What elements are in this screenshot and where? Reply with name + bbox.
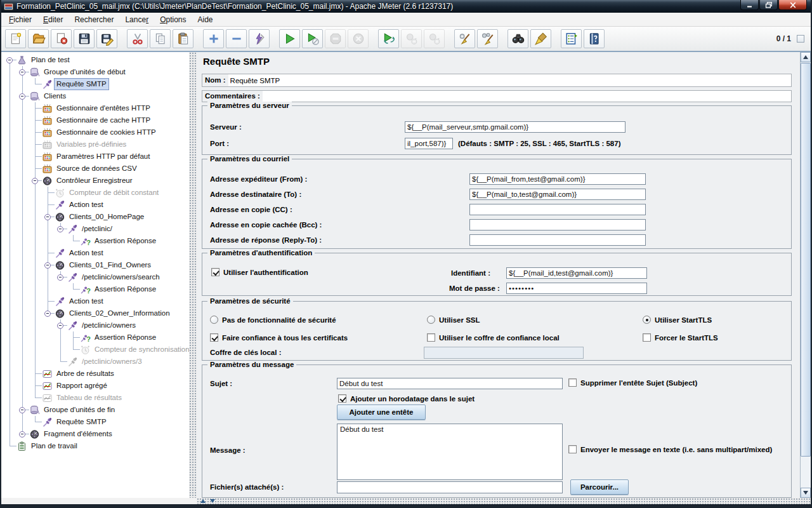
toggle-button[interactable]: [249, 29, 270, 48]
remote-start-all-button[interactable]: [378, 29, 399, 48]
menu-rechercher[interactable]: Rechercher: [69, 13, 119, 26]
trust-all-certs-checkbox[interactable]: [210, 333, 218, 342]
collapse-all-button[interactable]: [226, 29, 247, 48]
splitter-expand-up-icon[interactable]: [200, 499, 206, 503]
subject-input[interactable]: [337, 378, 563, 389]
tree-expander-icon[interactable]: [19, 407, 25, 413]
tree-node[interactable]: Arbre de résultats: [1, 368, 189, 380]
identifiant-input[interactable]: [506, 267, 647, 279]
tree-node[interactable]: Groupe d'unités de début: [1, 66, 189, 78]
password-input[interactable]: [506, 283, 647, 294]
tree-node[interactable]: Variables pré-définies: [1, 138, 189, 150]
scroll-down-button[interactable]: [801, 488, 811, 498]
attach-files-input[interactable]: [337, 481, 563, 493]
function-helper-button[interactable]: [561, 29, 582, 48]
paste-button[interactable]: [173, 29, 193, 48]
comments-input[interactable]: [263, 91, 791, 102]
tree-node[interactable]: Tableau de résultats: [1, 392, 189, 404]
use-starttls-radio[interactable]: [643, 316, 651, 324]
tree-node[interactable]: /petclinic/owners/3: [1, 356, 189, 368]
tree-expander-icon[interactable]: [57, 323, 63, 329]
tree-node[interactable]: Rapport agrégé: [1, 380, 189, 392]
port-input[interactable]: [405, 138, 453, 149]
tree-node[interactable]: Clients_00_HomePage: [1, 211, 189, 223]
tree-node[interactable]: Action test: [1, 295, 189, 307]
copy-button[interactable]: [150, 29, 171, 48]
tree-node[interactable]: Gestionnaire d'entêtes HTTP: [1, 102, 189, 114]
scroll-up-button[interactable]: [801, 52, 811, 62]
stop-button[interactable]: [325, 29, 346, 48]
browse-button[interactable]: Parcourir...: [570, 479, 629, 495]
menu-aide[interactable]: Aide: [193, 13, 218, 26]
tree-node[interactable]: /petclinic/: [1, 223, 189, 235]
tree-node[interactable]: Plan de test: [1, 54, 189, 66]
tree-node[interactable]: Source de données CSV: [1, 163, 189, 175]
tree-node[interactable]: Clients: [1, 90, 189, 102]
tree-node[interactable]: Gestionnaire de cookies HTTP: [1, 126, 189, 138]
tree-expander-icon[interactable]: [57, 274, 63, 281]
shutdown-button[interactable]: [348, 29, 369, 48]
timestamp-subject-checkbox[interactable]: [338, 394, 346, 403]
help-button[interactable]: [584, 29, 605, 48]
vertical-scrollbar[interactable]: [800, 52, 811, 498]
tree-node[interactable]: Clients_02_Owner_Information: [1, 307, 189, 319]
menu-editer[interactable]: Editer: [38, 13, 68, 26]
tree-expander-icon[interactable]: [19, 69, 25, 76]
tree-expander-icon[interactable]: [44, 214, 51, 220]
name-input[interactable]: [228, 74, 791, 86]
save-button[interactable]: [74, 29, 95, 48]
use-ssl-radio[interactable]: [427, 316, 435, 324]
tree-expander-icon[interactable]: [44, 311, 51, 317]
message-textarea[interactable]: Début du test: [337, 424, 563, 480]
remote-shutdown-all-button[interactable]: [424, 29, 445, 48]
tree-node[interactable]: ?Assertion Réponse: [1, 283, 189, 295]
tree-expander-icon[interactable]: [19, 93, 25, 100]
expand-all-button[interactable]: [203, 29, 224, 48]
tree-expander-icon[interactable]: [19, 431, 25, 438]
suppress-subject-checkbox[interactable]: [568, 378, 577, 387]
local-truststore-checkbox[interactable]: [427, 333, 435, 342]
from-input[interactable]: [469, 173, 646, 185]
tree-node[interactable]: Clients_01_Find_Owners: [1, 259, 189, 271]
tree-node[interactable]: Action test: [1, 247, 189, 259]
tree-node[interactable]: Gestionnaire de cache HTTP: [1, 114, 189, 126]
tree-expander-icon[interactable]: [6, 57, 13, 64]
clear-all-button[interactable]: [477, 29, 498, 48]
clear-button[interactable]: [454, 29, 475, 48]
plain-body-checkbox[interactable]: [568, 445, 577, 453]
cc-input[interactable]: [469, 204, 646, 215]
open-file-button[interactable]: [28, 29, 49, 48]
tree-expander-icon[interactable]: [57, 226, 63, 232]
tree-expander-icon[interactable]: [44, 262, 51, 269]
save-as-button[interactable]: [96, 29, 117, 48]
tree-node[interactable]: Action test: [1, 199, 189, 211]
tree-node[interactable]: ?Assertion Réponse: [1, 235, 189, 247]
no-security-radio[interactable]: [210, 316, 218, 324]
remote-stop-all-button[interactable]: [401, 29, 422, 48]
new-file-button[interactable]: [5, 29, 26, 48]
splitter-expand-down-icon[interactable]: [210, 499, 215, 503]
tree-node[interactable]: Requête SMTP: [1, 416, 189, 428]
vertical-splitter[interactable]: [189, 52, 197, 498]
search-reset-button[interactable]: [530, 29, 551, 48]
tree-node[interactable]: Groupe d'unités de fin: [1, 404, 189, 416]
tree-node[interactable]: ?Assertion Réponse: [1, 331, 189, 344]
cut-button[interactable]: [127, 29, 148, 48]
search-button[interactable]: [508, 29, 528, 48]
server-input[interactable]: [405, 121, 625, 133]
replyto-input[interactable]: [469, 234, 646, 246]
start-no-timers-button[interactable]: [302, 29, 323, 48]
tree-node[interactable]: Fragment d'éléments: [1, 428, 189, 440]
tree-node[interactable]: Plan de travail: [1, 440, 189, 452]
tree-expander-icon[interactable]: [32, 178, 38, 184]
tree-node[interactable]: Compteur de débit constant: [1, 187, 189, 199]
restore-button[interactable]: [759, 0, 778, 10]
horizontal-splitter[interactable]: [197, 498, 811, 504]
tree-node[interactable]: /petclinic/owners: [1, 319, 189, 331]
tree-node[interactable]: Paramètres HTTP par défaut: [1, 150, 189, 163]
menu-options[interactable]: Options: [155, 13, 191, 26]
close-button[interactable]: [778, 0, 807, 10]
force-starttls-checkbox[interactable]: [643, 333, 651, 342]
close-file-button[interactable]: [51, 29, 72, 48]
to-input[interactable]: [469, 189, 646, 200]
